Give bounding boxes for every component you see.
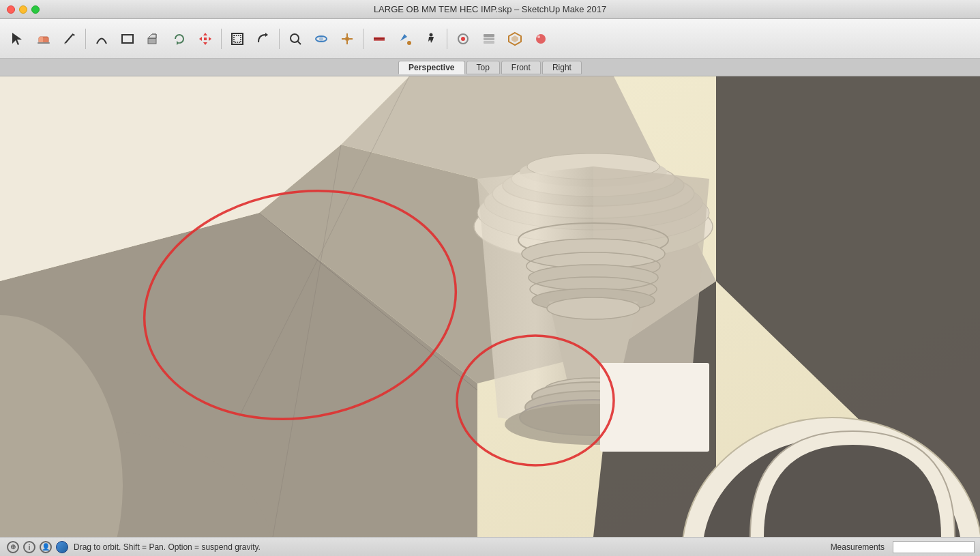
globe-icon [56, 541, 68, 553]
svg-point-23 [319, 37, 323, 41]
svg-rect-32 [484, 38, 494, 40]
traffic-lights [7, 5, 40, 14]
materials-tool[interactable] [529, 27, 553, 51]
svg-rect-74 [600, 363, 709, 452]
orbit-tool[interactable] [309, 27, 333, 51]
svg-rect-3 [38, 42, 50, 44]
eraser-tool[interactable] [31, 27, 56, 51]
measurements-label: Measurements [831, 542, 885, 552]
pan-tool[interactable] [335, 27, 359, 51]
tab-top[interactable]: Top [466, 61, 500, 74]
tab-perspective[interactable]: Perspective [398, 61, 464, 74]
svg-marker-15 [209, 37, 211, 41]
tab-front[interactable]: Front [501, 61, 541, 74]
svg-marker-11 [177, 41, 179, 45]
svg-line-4 [65, 34, 73, 44]
layers-tool[interactable] [477, 27, 501, 51]
walkthrough-tool[interactable] [419, 27, 443, 51]
svg-marker-13 [203, 42, 207, 45]
tab-right[interactable]: Right [542, 61, 582, 74]
status-icons: ⊕ i 👤 [7, 541, 68, 553]
zoom-extents-tool[interactable] [283, 27, 308, 51]
components-tool[interactable] [503, 27, 527, 51]
followme-tool[interactable] [251, 27, 276, 51]
minimize-button[interactable] [19, 5, 27, 14]
svg-point-20 [291, 34, 299, 42]
section-cut-tool[interactable] [367, 27, 391, 51]
titlebar: LARGE OB MM TEM HEC IMP.skp – SketchUp M… [0, 0, 980, 19]
svg-point-61 [529, 265, 658, 291]
svg-marker-19 [265, 33, 268, 37]
status-message: Drag to orbit. Shift = Pan. Option = sus… [74, 542, 261, 552]
styles-tool[interactable] [451, 27, 475, 51]
maximize-button[interactable] [31, 5, 40, 14]
offset-tool[interactable] [225, 27, 250, 51]
geo-icon: ⊕ [7, 541, 19, 553]
statusbar: ⊕ i 👤 Drag to orbit. Shift = Pan. Option… [0, 537, 980, 556]
user-icon: 👤 [40, 541, 52, 553]
svg-point-30 [461, 37, 465, 41]
rectangle-tool[interactable] [115, 27, 140, 51]
svg-marker-14 [199, 37, 202, 41]
paint-bucket-tool[interactable] [393, 27, 417, 51]
svg-marker-35 [511, 35, 518, 42]
svg-marker-12 [203, 33, 207, 35]
info-icon: i [23, 541, 35, 553]
svg-point-37 [537, 35, 540, 38]
svg-point-36 [536, 34, 546, 44]
svg-rect-8 [148, 38, 156, 44]
arc-tool[interactable] [89, 27, 114, 51]
svg-point-27 [407, 41, 411, 45]
svg-point-28 [430, 33, 433, 36]
toolbar [0, 19, 980, 59]
svg-marker-0 [12, 33, 22, 45]
pushpull-tool[interactable] [141, 27, 166, 51]
svg-line-21 [298, 41, 301, 44]
viewport[interactable] [0, 76, 980, 537]
select-tool[interactable] [5, 27, 30, 51]
close-button[interactable] [7, 5, 15, 14]
svg-point-24 [345, 37, 349, 41]
window-title: LARGE OB MM TEM HEC IMP.skp – SketchUp M… [374, 4, 606, 14]
measurements-input[interactable] [893, 541, 975, 553]
svg-rect-2 [39, 37, 43, 43]
pencil-tool[interactable] [57, 27, 82, 51]
svg-marker-9 [148, 34, 156, 38]
svg-rect-16 [204, 38, 207, 40]
svg-rect-18 [234, 35, 241, 42]
svg-rect-33 [484, 41, 494, 44]
svg-rect-7 [122, 35, 133, 43]
view-tabs-bar: Perspective Top Front Right [0, 59, 980, 76]
svg-rect-31 [484, 34, 494, 37]
move-tool[interactable] [193, 27, 218, 51]
svg-point-65 [547, 297, 640, 319]
rotate-tool[interactable] [167, 27, 192, 51]
scene-3d [0, 76, 980, 537]
